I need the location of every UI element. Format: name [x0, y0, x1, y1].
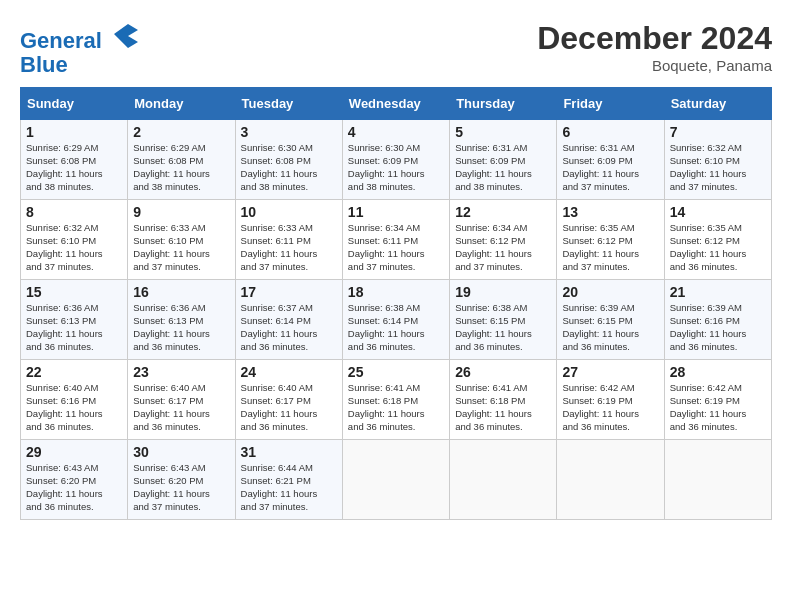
calendar-cell: 12Sunrise: 6:34 AM Sunset: 6:12 PM Dayli… [450, 200, 557, 280]
month-title: December 2024 [537, 20, 772, 57]
day-number: 18 [348, 284, 444, 300]
calendar-cell: 27Sunrise: 6:42 AM Sunset: 6:19 PM Dayli… [557, 360, 664, 440]
calendar-week-row: 1Sunrise: 6:29 AM Sunset: 6:08 PM Daylig… [21, 120, 772, 200]
calendar-week-row: 22Sunrise: 6:40 AM Sunset: 6:16 PM Dayli… [21, 360, 772, 440]
day-info: Sunrise: 6:31 AM Sunset: 6:09 PM Dayligh… [562, 142, 658, 193]
day-info: Sunrise: 6:34 AM Sunset: 6:12 PM Dayligh… [455, 222, 551, 273]
calendar-cell: 6Sunrise: 6:31 AM Sunset: 6:09 PM Daylig… [557, 120, 664, 200]
day-number: 6 [562, 124, 658, 140]
day-info: Sunrise: 6:36 AM Sunset: 6:13 PM Dayligh… [133, 302, 229, 353]
location: Boquete, Panama [537, 57, 772, 74]
day-number: 29 [26, 444, 122, 460]
day-number: 27 [562, 364, 658, 380]
day-info: Sunrise: 6:29 AM Sunset: 6:08 PM Dayligh… [133, 142, 229, 193]
calendar-cell [342, 440, 449, 520]
day-number: 3 [241, 124, 337, 140]
day-info: Sunrise: 6:38 AM Sunset: 6:14 PM Dayligh… [348, 302, 444, 353]
day-number: 8 [26, 204, 122, 220]
calendar-cell: 21Sunrise: 6:39 AM Sunset: 6:16 PM Dayli… [664, 280, 771, 360]
calendar-cell [450, 440, 557, 520]
day-info: Sunrise: 6:39 AM Sunset: 6:15 PM Dayligh… [562, 302, 658, 353]
day-number: 9 [133, 204, 229, 220]
day-info: Sunrise: 6:33 AM Sunset: 6:11 PM Dayligh… [241, 222, 337, 273]
calendar-cell: 1Sunrise: 6:29 AM Sunset: 6:08 PM Daylig… [21, 120, 128, 200]
calendar-table: Sunday Monday Tuesday Wednesday Thursday… [20, 87, 772, 520]
calendar-cell: 30Sunrise: 6:43 AM Sunset: 6:20 PM Dayli… [128, 440, 235, 520]
day-info: Sunrise: 6:34 AM Sunset: 6:11 PM Dayligh… [348, 222, 444, 273]
day-info: Sunrise: 6:43 AM Sunset: 6:20 PM Dayligh… [26, 462, 122, 513]
calendar-cell: 29Sunrise: 6:43 AM Sunset: 6:20 PM Dayli… [21, 440, 128, 520]
header-saturday: Saturday [664, 88, 771, 120]
header-sunday: Sunday [21, 88, 128, 120]
day-number: 13 [562, 204, 658, 220]
day-info: Sunrise: 6:41 AM Sunset: 6:18 PM Dayligh… [455, 382, 551, 433]
day-info: Sunrise: 6:29 AM Sunset: 6:08 PM Dayligh… [26, 142, 122, 193]
day-number: 28 [670, 364, 766, 380]
day-number: 23 [133, 364, 229, 380]
day-number: 26 [455, 364, 551, 380]
logo: General Blue [20, 20, 142, 77]
calendar-cell: 14Sunrise: 6:35 AM Sunset: 6:12 PM Dayli… [664, 200, 771, 280]
calendar-week-row: 29Sunrise: 6:43 AM Sunset: 6:20 PM Dayli… [21, 440, 772, 520]
day-info: Sunrise: 6:38 AM Sunset: 6:15 PM Dayligh… [455, 302, 551, 353]
calendar-cell: 23Sunrise: 6:40 AM Sunset: 6:17 PM Dayli… [128, 360, 235, 440]
day-number: 30 [133, 444, 229, 460]
header-wednesday: Wednesday [342, 88, 449, 120]
calendar-cell: 10Sunrise: 6:33 AM Sunset: 6:11 PM Dayli… [235, 200, 342, 280]
header-tuesday: Tuesday [235, 88, 342, 120]
day-info: Sunrise: 6:30 AM Sunset: 6:08 PM Dayligh… [241, 142, 337, 193]
day-number: 7 [670, 124, 766, 140]
day-number: 1 [26, 124, 122, 140]
day-info: Sunrise: 6:35 AM Sunset: 6:12 PM Dayligh… [562, 222, 658, 273]
header-monday: Monday [128, 88, 235, 120]
day-number: 12 [455, 204, 551, 220]
day-info: Sunrise: 6:40 AM Sunset: 6:17 PM Dayligh… [241, 382, 337, 433]
day-info: Sunrise: 6:42 AM Sunset: 6:19 PM Dayligh… [670, 382, 766, 433]
calendar-cell: 26Sunrise: 6:41 AM Sunset: 6:18 PM Dayli… [450, 360, 557, 440]
calendar-cell: 17Sunrise: 6:37 AM Sunset: 6:14 PM Dayli… [235, 280, 342, 360]
title-area: December 2024 Boquete, Panama [537, 20, 772, 74]
day-info: Sunrise: 6:44 AM Sunset: 6:21 PM Dayligh… [241, 462, 337, 513]
calendar-cell: 2Sunrise: 6:29 AM Sunset: 6:08 PM Daylig… [128, 120, 235, 200]
header-thursday: Thursday [450, 88, 557, 120]
day-info: Sunrise: 6:40 AM Sunset: 6:16 PM Dayligh… [26, 382, 122, 433]
calendar-cell: 7Sunrise: 6:32 AM Sunset: 6:10 PM Daylig… [664, 120, 771, 200]
day-info: Sunrise: 6:37 AM Sunset: 6:14 PM Dayligh… [241, 302, 337, 353]
day-info: Sunrise: 6:35 AM Sunset: 6:12 PM Dayligh… [670, 222, 766, 273]
calendar-cell: 9Sunrise: 6:33 AM Sunset: 6:10 PM Daylig… [128, 200, 235, 280]
day-info: Sunrise: 6:32 AM Sunset: 6:10 PM Dayligh… [26, 222, 122, 273]
logo-bird-icon [110, 20, 142, 48]
day-number: 4 [348, 124, 444, 140]
logo-blue: Blue [20, 52, 68, 77]
day-number: 11 [348, 204, 444, 220]
day-info: Sunrise: 6:30 AM Sunset: 6:09 PM Dayligh… [348, 142, 444, 193]
day-number: 20 [562, 284, 658, 300]
calendar-cell: 16Sunrise: 6:36 AM Sunset: 6:13 PM Dayli… [128, 280, 235, 360]
day-number: 16 [133, 284, 229, 300]
day-number: 15 [26, 284, 122, 300]
day-info: Sunrise: 6:36 AM Sunset: 6:13 PM Dayligh… [26, 302, 122, 353]
calendar-header-row: Sunday Monday Tuesday Wednesday Thursday… [21, 88, 772, 120]
day-info: Sunrise: 6:33 AM Sunset: 6:10 PM Dayligh… [133, 222, 229, 273]
header-friday: Friday [557, 88, 664, 120]
calendar-cell: 3Sunrise: 6:30 AM Sunset: 6:08 PM Daylig… [235, 120, 342, 200]
day-info: Sunrise: 6:43 AM Sunset: 6:20 PM Dayligh… [133, 462, 229, 513]
calendar-cell: 19Sunrise: 6:38 AM Sunset: 6:15 PM Dayli… [450, 280, 557, 360]
day-number: 17 [241, 284, 337, 300]
calendar-cell: 18Sunrise: 6:38 AM Sunset: 6:14 PM Dayli… [342, 280, 449, 360]
calendar-cell: 31Sunrise: 6:44 AM Sunset: 6:21 PM Dayli… [235, 440, 342, 520]
day-number: 5 [455, 124, 551, 140]
day-info: Sunrise: 6:42 AM Sunset: 6:19 PM Dayligh… [562, 382, 658, 433]
calendar-cell: 15Sunrise: 6:36 AM Sunset: 6:13 PM Dayli… [21, 280, 128, 360]
calendar-cell: 11Sunrise: 6:34 AM Sunset: 6:11 PM Dayli… [342, 200, 449, 280]
logo-general: General [20, 28, 102, 53]
day-number: 21 [670, 284, 766, 300]
day-info: Sunrise: 6:31 AM Sunset: 6:09 PM Dayligh… [455, 142, 551, 193]
day-number: 31 [241, 444, 337, 460]
calendar-cell: 25Sunrise: 6:41 AM Sunset: 6:18 PM Dayli… [342, 360, 449, 440]
svg-marker-0 [114, 24, 138, 48]
calendar-cell: 22Sunrise: 6:40 AM Sunset: 6:16 PM Dayli… [21, 360, 128, 440]
calendar-cell: 13Sunrise: 6:35 AM Sunset: 6:12 PM Dayli… [557, 200, 664, 280]
calendar-cell: 24Sunrise: 6:40 AM Sunset: 6:17 PM Dayli… [235, 360, 342, 440]
day-info: Sunrise: 6:32 AM Sunset: 6:10 PM Dayligh… [670, 142, 766, 193]
